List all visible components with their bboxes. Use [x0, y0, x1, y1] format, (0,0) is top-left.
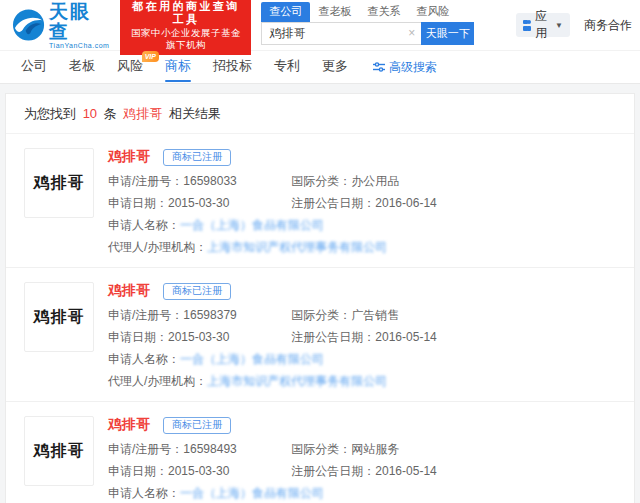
field-value: 16598493: [183, 442, 236, 456]
logo-subtitle: TianYanCha.com: [49, 42, 110, 49]
trademark-name-link[interactable]: 鸡排哥: [108, 148, 150, 166]
field-label: 申请人名称：: [108, 486, 180, 500]
trademark-body: 鸡排哥 商标已注册 申请/注册号：16598493 国际分类：网站服务 申请日期…: [108, 416, 616, 503]
search-tab-risk[interactable]: 查风险: [408, 2, 457, 22]
reg-row: 申请/注册号：16598379 国际分类：广告销售: [108, 308, 616, 322]
filter-icon: [373, 61, 385, 73]
reg-row: 申请/注册号：16598033 国际分类：办公用品: [108, 174, 616, 188]
date-row: 申请日期：2015-03-30 注册公告日期：2016-05-14: [108, 464, 616, 478]
count-suffix: 相关结果: [169, 106, 221, 121]
applicant-link[interactable]: 一合（上海）食品有限公司: [180, 218, 324, 232]
trademark-image[interactable]: 鸡排哥: [24, 148, 94, 218]
tianyancha-logo[interactable]: 天眼查 TianYanCha.com: [12, 2, 110, 49]
applicant-row: 申请人名称：一合（上海）食品有限公司: [108, 352, 616, 366]
agent-link[interactable]: 上海市知识产权代理事务有限公司: [207, 374, 387, 388]
search-tab-company[interactable]: 查公司: [261, 2, 310, 22]
field-label: 国际分类：: [291, 174, 351, 188]
applicant-link[interactable]: 一合（上海）食品有限公司: [180, 486, 324, 500]
nav-item-boss[interactable]: 老板: [69, 50, 95, 84]
trademark-name-link[interactable]: 鸡排哥: [108, 282, 150, 300]
field-label: 申请人名称：: [108, 352, 180, 366]
field-value: 16598379: [183, 308, 236, 322]
nav-item-company[interactable]: 公司: [21, 50, 47, 84]
nav-item-patent[interactable]: 专利: [274, 50, 300, 84]
field-value: 2016-06-14: [375, 196, 436, 210]
trademark-result-item[interactable]: 鸡排哥 鸡排哥 商标已注册 申请/注册号：16598033 国际分类：办公用品 …: [6, 134, 634, 267]
field-value: 2016-05-14: [375, 330, 436, 344]
results-panel: 为您找到 10 条 鸡排哥 相关结果 鸡排哥 鸡排哥 商标已注册 申请/注册号：: [5, 93, 635, 503]
field-label: 注册公告日期：: [291, 330, 375, 344]
date-row: 申请日期：2015-03-30 注册公告日期：2016-06-14: [108, 196, 616, 210]
field-label: 国际分类：: [291, 442, 351, 456]
trademark-image[interactable]: 鸡排哥: [24, 282, 94, 352]
clear-icon[interactable]: ×: [408, 26, 415, 40]
field-value: 16598033: [183, 174, 236, 188]
top-header: 天眼查 TianYanCha.com 都在用的商业查询工具 国家中小企业发展子基…: [0, 0, 640, 50]
field-label: 代理人/办理机构：: [108, 240, 207, 254]
caret-down-icon: ▼: [555, 21, 563, 30]
apps-button[interactable]: 应用 ▼: [516, 13, 570, 37]
nav-item-risk-label: 风险: [117, 58, 143, 73]
date-row: 申请日期：2015-03-30 注册公告日期：2016-05-14: [108, 330, 616, 344]
trademark-name-link[interactable]: 鸡排哥: [108, 416, 150, 434]
applicant-row: 申请人名称：一合（上海）食品有限公司: [108, 486, 616, 500]
promo-banner-line1: 都在用的商业查询工具: [126, 0, 245, 26]
logo-text: 天眼查 TianYanCha.com: [49, 2, 110, 49]
search-input[interactable]: [261, 22, 421, 45]
trademark-image-text: 鸡排哥: [34, 173, 85, 194]
status-badge: 商标已注册: [163, 417, 231, 434]
vip-badge: VIP: [142, 51, 159, 62]
trademark-result-item[interactable]: 鸡排哥 鸡排哥 商标已注册 申请/注册号：16598379 国际分类：广告销售 …: [6, 267, 634, 401]
count-keyword: 鸡排哥: [123, 106, 162, 121]
field-label: 代理人/办理机构：: [108, 374, 207, 388]
status-badge: 商标已注册: [163, 149, 231, 166]
agent-row: 代理人/办理机构：上海市知识产权代理事务有限公司: [108, 374, 616, 388]
nav-item-bidding[interactable]: 招投标: [213, 50, 252, 84]
apps-label: 应用: [535, 8, 552, 42]
logo-title: 天眼查: [49, 2, 110, 42]
field-label: 申请日期：: [108, 464, 168, 478]
field-value: 办公用品: [351, 174, 399, 188]
advanced-search-label: 高级搜索: [389, 59, 437, 76]
field-label: 注册公告日期：: [291, 196, 375, 210]
search-tabs: 查公司 查老板 查关系 查风险: [261, 5, 474, 22]
search-button[interactable]: 天眼一下: [421, 22, 474, 45]
tianyancha-page: 天眼查 TianYanCha.com 都在用的商业查询工具 国家中小企业发展子基…: [0, 0, 640, 503]
field-label: 申请人名称：: [108, 218, 180, 232]
applicant-row: 申请人名称：一合（上海）食品有限公司: [108, 218, 616, 232]
nav-item-risk[interactable]: 风险 VIP: [117, 50, 143, 84]
field-value: 2015-03-30: [168, 196, 229, 210]
trademark-result-item[interactable]: 鸡排哥 鸡排哥 商标已注册 申请/注册号：16598493 国际分类：网站服务 …: [6, 401, 634, 503]
nav-item-more[interactable]: 更多: [322, 50, 348, 84]
reg-row: 申请/注册号：16598493 国际分类：网站服务: [108, 442, 616, 456]
status-badge: 商标已注册: [163, 283, 231, 300]
field-value: 2015-03-30: [168, 464, 229, 478]
trademark-image-text: 鸡排哥: [34, 307, 85, 328]
search-input-wrap: ×: [261, 22, 421, 45]
trademark-image-text: 鸡排哥: [34, 441, 85, 462]
count-number: 10: [83, 106, 97, 121]
search-row: × 天眼一下: [261, 22, 474, 45]
nav-item-trademark[interactable]: 商标: [165, 50, 191, 84]
trademark-image[interactable]: 鸡排哥: [24, 416, 94, 486]
field-value: 2015-03-30: [168, 330, 229, 344]
count-prefix: 为您找到: [24, 106, 76, 121]
advanced-search-link[interactable]: 高级搜索: [373, 59, 437, 76]
agent-link[interactable]: 上海市知识产权代理事务有限公司: [207, 240, 387, 254]
field-value: 网站服务: [351, 442, 399, 456]
applicant-link[interactable]: 一合（上海）食品有限公司: [180, 352, 324, 366]
field-label: 申请/注册号：: [108, 442, 183, 456]
trademark-body: 鸡排哥 商标已注册 申请/注册号：16598033 国际分类：办公用品 申请日期…: [108, 148, 616, 254]
search-tab-boss[interactable]: 查老板: [310, 2, 359, 22]
trademark-body: 鸡排哥 商标已注册 申请/注册号：16598379 国际分类：广告销售 申请日期…: [108, 282, 616, 388]
field-label: 国际分类：: [291, 308, 351, 322]
search-area: 查公司 查老板 查关系 查风险 × 天眼一下: [261, 5, 474, 45]
search-tab-relation[interactable]: 查关系: [359, 2, 408, 22]
field-value: 2016-05-14: [375, 464, 436, 478]
business-cooperation-link[interactable]: 商务合作: [584, 17, 632, 34]
promo-banner-line2: 国家中小企业发展子基金旗下机构: [126, 27, 245, 51]
field-value: 广告销售: [351, 308, 399, 322]
count-unit: 条: [104, 106, 117, 121]
agent-row: 代理人/办理机构：上海市知识产权代理事务有限公司: [108, 240, 616, 254]
content: 为您找到 10 条 鸡排哥 相关结果 鸡排哥 鸡排哥 商标已注册 申请/注册号：: [0, 84, 640, 503]
